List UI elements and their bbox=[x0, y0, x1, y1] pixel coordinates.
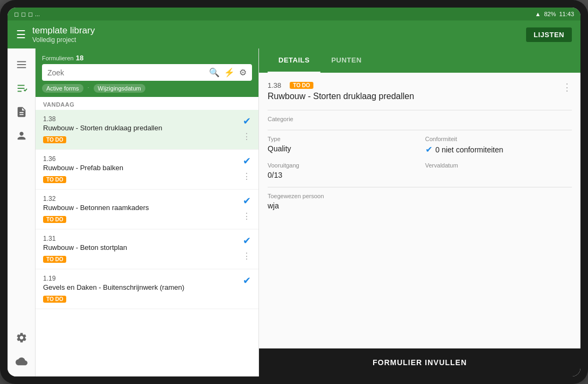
forms-list: VANDAAG 1.38 Ruwbouw - Storten druklaag … bbox=[36, 97, 258, 376]
field-type: Type Quality bbox=[268, 136, 415, 155]
form-item-131-title: Ruwbouw - Beton stortplan bbox=[43, 243, 238, 252]
app-bar: ☰ template library Volledig project LIJS… bbox=[8, 20, 580, 48]
check-icon-136: ✔ bbox=[243, 155, 251, 167]
app-subtitle: Volledig project bbox=[32, 36, 520, 44]
form-item-119-content: 1.19 Gevels en Daken - Buitenschrijnwerk… bbox=[43, 275, 239, 303]
detail-tabs: DETAILS PUNTEN bbox=[259, 48, 580, 73]
search-header: Formulieren 18 🔍 ⚡ ⚙ Active forms · bbox=[36, 48, 258, 97]
form-item-138-content: 1.38 Ruwbouw - Storten druklaag predalle… bbox=[43, 115, 238, 144]
form-item-132-content: 1.32 Ruwbouw - Betonnen raamkaders TO DO bbox=[43, 195, 238, 224]
detail-number: 1.38 bbox=[268, 81, 281, 89]
more-menu-132[interactable]: ⋮ bbox=[242, 211, 251, 221]
detail-header: 1.38 TO DO Ruwbouw - Storten druklaag pr… bbox=[268, 81, 572, 101]
filter-chips-row: Active forms · Wijzigingsdatum bbox=[42, 84, 252, 93]
forms-count-row: Formulieren 18 bbox=[42, 54, 252, 62]
formulier-invullen-button[interactable]: FORMULIER INVULLEN bbox=[259, 348, 580, 376]
status-icon-1: ◻ bbox=[14, 11, 19, 18]
signal-icon: ▲ bbox=[535, 11, 541, 17]
content-area: Formulieren 18 🔍 ⚡ ⚙ Active forms · bbox=[8, 48, 580, 376]
hamburger-icon[interactable]: ☰ bbox=[16, 28, 26, 41]
field-categorie: Categorie bbox=[268, 116, 572, 124]
type-label: Type bbox=[268, 136, 415, 142]
detail-content: 1.38 TO DO Ruwbouw - Storten druklaag pr… bbox=[259, 73, 580, 348]
action-bar: FORMULIER INVULLEN bbox=[259, 348, 580, 376]
form-item-132[interactable]: 1.32 Ruwbouw - Betonnen raamkaders TO DO… bbox=[36, 190, 258, 229]
tablet-frame: ◻ ◻ ◻ ... ▲ 82% 11:43 ☰ template library… bbox=[0, 0, 588, 384]
field-toegewezen-persoon: Toegewezen persoon wja bbox=[268, 193, 572, 210]
sidebar-item-cloud[interactable] bbox=[12, 352, 31, 371]
detail-badge-row: 1.38 TO DO bbox=[268, 81, 558, 89]
divider-2 bbox=[268, 130, 572, 130]
battery-level: 82% bbox=[544, 11, 556, 17]
svg-rect-2 bbox=[17, 67, 26, 68]
form-item-138[interactable]: 1.38 Ruwbouw - Storten druklaag predalle… bbox=[36, 110, 258, 150]
detail-panel: DETAILS PUNTEN 1.38 TO DO Ruwbouw - Stor… bbox=[259, 48, 580, 376]
forms-panel: Formulieren 18 🔍 ⚡ ⚙ Active forms · bbox=[36, 48, 259, 376]
status-icon-3: ◻ bbox=[28, 11, 33, 18]
status-bar: ◻ ◻ ◻ ... ▲ 82% 11:43 bbox=[8, 8, 580, 20]
divider-3 bbox=[268, 187, 572, 187]
more-menu-131[interactable]: ⋮ bbox=[242, 251, 251, 261]
fields-grid: Type Quality Conformiteit ✔ 0 niet confo… bbox=[268, 136, 572, 179]
detail-more-menu[interactable]: ⋮ bbox=[562, 81, 572, 93]
form-item-131[interactable]: 1.31 Ruwbouw - Beton stortplan TO DO ✔ ⋮ bbox=[36, 229, 258, 269]
filter-separator: · bbox=[88, 84, 89, 93]
filter-chip-active[interactable]: Active forms bbox=[42, 84, 83, 93]
status-left-icons: ◻ ◻ ◻ ... bbox=[14, 11, 40, 18]
form-item-132-number: 1.32 bbox=[43, 195, 238, 203]
svg-rect-0 bbox=[17, 61, 26, 62]
lijsten-button[interactable]: LIJSTEN bbox=[526, 27, 572, 42]
filter-chip-date[interactable]: Wijzigingsdatum bbox=[94, 84, 145, 93]
sidebar-item-document[interactable] bbox=[12, 102, 31, 122]
svg-rect-3 bbox=[17, 85, 24, 86]
divider-1 bbox=[268, 110, 572, 110]
detail-todo-badge: TO DO bbox=[290, 82, 313, 89]
conformiteit-label: Conformiteit bbox=[425, 136, 572, 142]
time-display: 11:43 bbox=[559, 11, 574, 17]
search-icons-group: 🔍 ⚡ ⚙ bbox=[209, 67, 247, 78]
form-item-119-number: 1.19 bbox=[43, 275, 239, 282]
todo-badge-136: TO DO bbox=[43, 176, 66, 183]
form-item-136-number: 1.36 bbox=[43, 155, 238, 163]
sidebar-item-contact[interactable] bbox=[12, 126, 31, 145]
categorie-label: Categorie bbox=[268, 116, 572, 122]
app-title-group: template library Volledig project bbox=[32, 25, 520, 44]
search-row: 🔍 ⚡ ⚙ bbox=[42, 64, 252, 81]
todo-badge-132: TO DO bbox=[43, 216, 66, 223]
tablet-screen: ◻ ◻ ◻ ... ▲ 82% 11:43 ☰ template library… bbox=[8, 8, 580, 376]
form-item-136[interactable]: 1.36 Ruwbouw - Prefab balken TO DO ✔ ⋮ bbox=[36, 150, 258, 190]
more-menu-138[interactable]: ⋮ bbox=[242, 131, 251, 142]
tab-details[interactable]: DETAILS bbox=[268, 48, 320, 73]
svg-rect-4 bbox=[17, 88, 24, 89]
app-main-title: template library bbox=[32, 25, 520, 36]
check-icon-138: ✔ bbox=[243, 115, 251, 127]
settings-search-icon[interactable]: ⚙ bbox=[239, 67, 247, 78]
form-item-119-title: Gevels en Daken - Buitenschrijnwerk (ram… bbox=[43, 283, 239, 291]
todo-badge-138: TO DO bbox=[43, 136, 66, 143]
form-item-119[interactable]: 1.19 Gevels en Daken - Buitenschrijnwerk… bbox=[36, 269, 258, 309]
search-input[interactable] bbox=[47, 68, 205, 77]
form-item-136-content: 1.36 Ruwbouw - Prefab balken TO DO bbox=[43, 155, 238, 184]
status-right-icons: ▲ 82% 11:43 bbox=[535, 11, 574, 17]
form-item-138-right: ✔ ⋮ bbox=[242, 115, 251, 142]
form-item-138-title: Ruwbouw - Storten druklaag predallen bbox=[43, 124, 238, 132]
tab-punten[interactable]: PUNTEN bbox=[320, 48, 372, 73]
more-menu-136[interactable]: ⋮ bbox=[242, 171, 251, 181]
vooruitgang-label: Vooruitgang bbox=[268, 162, 415, 169]
form-item-119-right: ✔ bbox=[243, 275, 251, 287]
sidebar-item-settings[interactable] bbox=[12, 328, 31, 347]
conformiteit-value-row: ✔ 0 niet conformiteiten bbox=[425, 144, 572, 155]
toegewezen-value: wja bbox=[268, 201, 572, 210]
form-item-131-right: ✔ ⋮ bbox=[242, 235, 251, 261]
search-icon[interactable]: 🔍 bbox=[209, 67, 220, 78]
filter-icon[interactable]: ⚡ bbox=[224, 67, 235, 78]
check-icon-119: ✔ bbox=[243, 275, 251, 287]
form-item-131-number: 1.31 bbox=[43, 235, 238, 242]
todo-badge-119: TO DO bbox=[43, 296, 66, 303]
form-item-136-title: Ruwbouw - Prefab balken bbox=[43, 164, 238, 172]
check-icon-132: ✔ bbox=[243, 195, 251, 207]
status-ellipsis: ... bbox=[35, 11, 40, 17]
form-item-131-content: 1.31 Ruwbouw - Beton stortplan TO DO bbox=[43, 235, 238, 263]
sidebar-item-checklist[interactable] bbox=[12, 79, 31, 98]
sidebar-item-list[interactable] bbox=[12, 55, 31, 74]
